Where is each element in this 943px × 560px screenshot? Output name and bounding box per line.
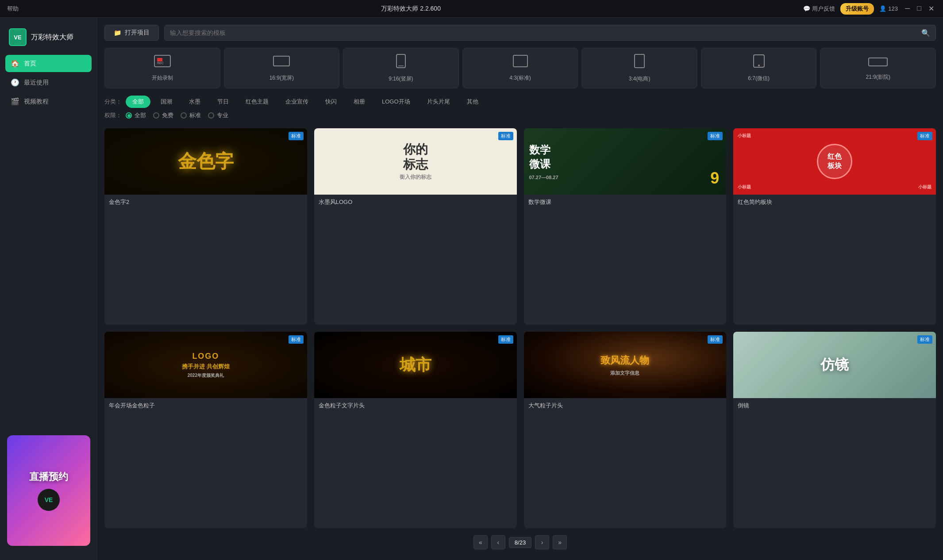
sidebar-item-tutorial[interactable]: 🎬 视频教程 [5,93,92,110]
sidebar-item-home[interactable]: 🏠 首页 [5,55,92,72]
svg-rect-11 [869,58,887,66]
format-6-7-icon [753,54,765,71]
search-icon: 🔍 [921,29,930,37]
upgrade-button[interactable]: 升级账号 [840,3,874,15]
template-particles-thumb: 致风流人物 添加文字信息 标准 [524,332,727,398]
format-16-9-icon [273,54,290,71]
template-ink-logo[interactable]: 你的标志 銜入你的标志 标准 水墨风LOGO [314,128,517,325]
username: 123 [888,5,898,12]
filter-enterprise[interactable]: 企业宣传 [279,96,315,108]
template-gold-particles-name: 金色粒子文字片头 [314,398,517,413]
template-math[interactable]: 数学微课 07.27—08.27 9 标准 数学微课 [524,128,727,325]
sidebar-item-recent[interactable]: 🕐 最近使用 [5,74,92,91]
radio-standard-circle [181,112,187,119]
format-6-7[interactable]: 6:7(微信) [701,48,817,88]
svg-text:REC: REC [157,61,164,65]
template-gold-particles[interactable]: 城市 标准 金色粒子文字片头 [314,332,517,528]
format-record[interactable]: REC 开始录制 [104,48,220,88]
permission-pro[interactable]: 专业 [208,111,228,119]
template-ink-logo-name: 水墨风LOGO [314,195,517,210]
toolbar: 📁 打开项目 🔍 [104,25,936,41]
format-6-7-label: 6:7(微信) [748,75,770,82]
sidebar-banner[interactable]: 直播预约 VE [0,428,97,553]
template-math-name: 数学微课 [524,195,727,210]
content-area: 📁 打开项目 🔍 REC 开始录制 [97,18,943,560]
banner-image: 直播预约 VE [7,435,90,546]
filter-logo[interactable]: LOGO开场 [375,96,417,108]
radio-standard-label: 标准 [189,111,201,119]
titlebar-right: 💬 用户反馈 升级账号 👤 123 ─ □ ✕ [803,3,936,15]
format-3-4[interactable]: 3:4(电商) [581,48,697,88]
page-first-button[interactable]: « [473,535,488,549]
permission-standard[interactable]: 标准 [181,111,201,119]
template-math-thumb: 数学微课 07.27—08.27 9 标准 [524,128,727,195]
category-filter-row: 分类： 全部 国潮 水墨 节日 红色主题 企业宣传 快闪 相册 LOGO开场 片… [104,96,936,108]
template-gold-text-thumb: 金色字 标准 [104,128,307,195]
sidebar-logo: VE 万彩特效大师 [0,25,97,55]
radio-pro-circle [208,112,214,119]
filter-red[interactable]: 红色主题 [239,96,275,108]
search-input[interactable] [170,29,921,36]
page-prev-button[interactable]: ‹ [491,535,505,549]
user-icon: 👤 [879,5,886,12]
template-mirror-thumb: 仿镜 标准 [733,332,936,398]
svg-rect-3 [273,56,289,66]
template-gold-particles-badge: 标准 [498,335,513,344]
template-gold-text[interactable]: 金色字 标准 金色字2 [104,128,307,325]
radio-all-label: 全部 [135,111,146,119]
template-red-thumb: 红色板块 小标题 小标题 小标题 小标题 标准 [733,128,936,195]
template-particles-name: 大气粒子片头 [524,398,727,413]
sidebar: VE 万彩特效大师 🏠 首页 🕐 最近使用 🎬 视频教程 直播预约 VE [0,18,97,560]
permission-filter-row: 权限： 全部 免费 标准 专 [104,111,936,119]
format-9-16[interactable]: 9:16(竖屏) [343,48,459,88]
filter-jieri[interactable]: 节日 [211,96,235,108]
search-bar[interactable]: 🔍 [164,25,936,41]
format-21-9-icon [868,56,888,70]
template-gold-particles-thumb: 城市 标准 [314,332,517,398]
filter-flash[interactable]: 快闪 [319,96,343,108]
template-annual-name: 年会开场金色粒子 [104,398,307,413]
template-particles[interactable]: 致风流人物 添加文字信息 标准 大气粒子片头 [524,332,727,528]
recent-icon: 🕐 [11,78,19,87]
permission-filter-label: 权限： [104,111,122,119]
sidebar-item-home-label: 首页 [24,60,36,68]
filter-all[interactable]: 全部 [126,96,150,108]
template-mirror[interactable]: 仿镜 标准 倒镜 [733,332,936,528]
maximize-button[interactable]: □ [915,4,923,13]
filter-other[interactable]: 其他 [460,96,485,108]
feedback-button[interactable]: 💬 用户反馈 [803,5,835,13]
pagination: « ‹ 8/23 › » [104,528,936,553]
template-annual-thumb: LOGO 携手并进 共创辉煌 2022年度颁奖典礼 标准 [104,332,307,398]
filter-title[interactable]: 片头片尾 [420,96,457,108]
template-annual[interactable]: LOGO 携手并进 共创辉煌 2022年度颁奖典礼 标准 年会开场金色粒子 [104,332,307,528]
format-21-9[interactable]: 21:9(影院) [820,48,936,88]
filter-guochao[interactable]: 国潮 [154,96,179,108]
template-math-badge: 标准 [708,132,723,140]
format-3-4-icon [634,54,645,72]
open-project-button[interactable]: 📁 打开项目 [104,25,159,41]
radio-free-label: 免费 [162,111,173,119]
filter-shuimo[interactable]: 水墨 [182,96,207,108]
titlebar-help[interactable]: 帮助 [7,5,19,13]
permission-free[interactable]: 免费 [153,111,173,119]
format-3-4-label: 3:4(电商) [629,75,650,83]
format-4-3[interactable]: 4:3(标准) [462,48,578,88]
template-grid: 金色字 标准 金色字2 你的标志 銜入你的标志 标准 水墨风LOGO [104,128,936,528]
template-red[interactable]: 红色板块 小标题 小标题 小标题 小标题 标准 红色简约板块 [733,128,936,325]
radio-all-circle [126,112,132,119]
main-layout: VE 万彩特效大师 🏠 首页 🕐 最近使用 🎬 视频教程 直播预约 VE [0,18,943,560]
tutorial-icon: 🎬 [11,97,19,106]
permission-all[interactable]: 全部 [126,111,146,119]
format-16-9-label: 16:9(宽屏) [269,74,294,82]
format-16-9[interactable]: 16:9(宽屏) [224,48,340,88]
page-next-button[interactable]: › [535,535,549,549]
category-filter-label: 分类： [104,98,122,106]
minimize-button[interactable]: ─ [903,4,912,13]
template-red-name: 红色简约板块 [733,195,936,210]
template-ink-logo-badge: 标准 [498,132,513,140]
window-controls: ─ □ ✕ [903,4,936,13]
close-button[interactable]: ✕ [927,4,936,13]
page-last-button[interactable]: » [553,535,567,549]
page-current: 8/23 [509,537,531,548]
filter-album[interactable]: 相册 [347,96,372,108]
